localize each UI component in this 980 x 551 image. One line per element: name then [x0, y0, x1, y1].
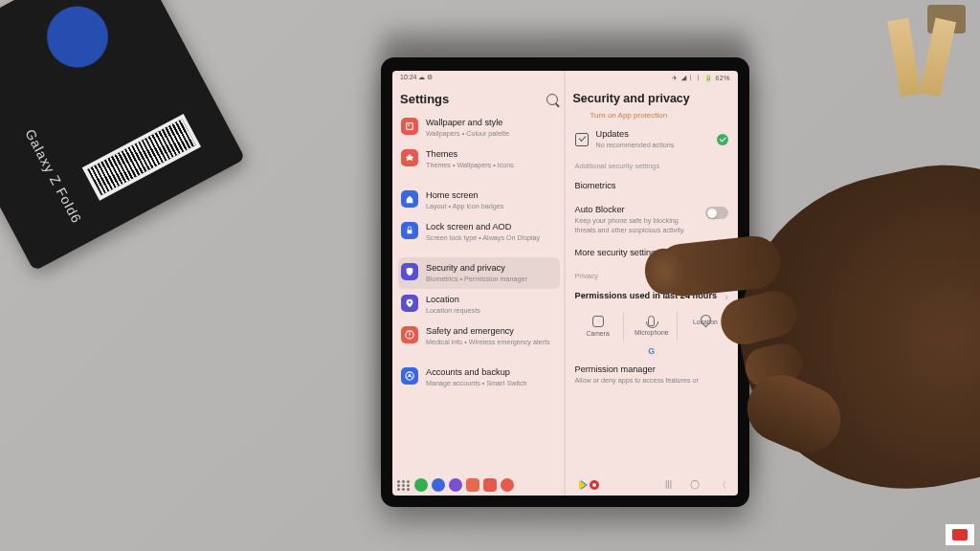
auto-blocker-sub: Keep your phone safe by blocking threats… — [575, 216, 701, 234]
svg-point-1 — [408, 124, 410, 126]
updates-row[interactable]: Updates No recommended actions — [571, 123, 733, 155]
permission-microphone[interactable]: Microphone — [627, 312, 678, 341]
nav-recents[interactable]: ||| — [665, 479, 672, 492]
product-box: Galaxy Z Fold6 — [0, 0, 245, 271]
settings-item-safety[interactable]: Safety and emergency Medical info • Wire… — [398, 320, 560, 352]
app-icon-2[interactable] — [483, 478, 497, 492]
item-sub: Medical info • Wireless emergency alerts — [426, 338, 557, 346]
phone-app-icon[interactable] — [414, 478, 428, 492]
search-icon[interactable] — [546, 94, 558, 105]
app-drawer-icon[interactable] — [397, 480, 411, 491]
section-additional-security: Additional security settings — [571, 155, 733, 174]
settings-item-accounts[interactable]: Accounts and backup Manage accounts • Sm… — [398, 362, 560, 393]
microphone-icon — [648, 316, 655, 326]
permission-camera[interactable]: Camera — [573, 312, 624, 341]
status-ok-icon — [717, 134, 728, 145]
item-label: Security and privacy — [426, 263, 557, 274]
detail-title: Security and privacy — [573, 92, 690, 105]
settings-list-pane: Settings Wallpaper and style Wallpapers … — [392, 86, 566, 475]
item-label: Accounts and backup — [426, 367, 557, 378]
auto-blocker-row[interactable]: Auto Blocker Keep your phone safe by blo… — [571, 198, 733, 241]
status-indicators: ✈ ◢ㅣㅣ 🔋 62% — [672, 74, 730, 83]
svg-point-6 — [409, 374, 412, 377]
biometrics-row[interactable]: Biometrics — [571, 174, 733, 198]
permission-manager-row[interactable]: Permission manager Allow or deny apps to… — [571, 358, 733, 385]
nav-home[interactable]: ◯ — [690, 479, 700, 492]
permissions-cards: Camera Microphone Location — [571, 309, 733, 346]
auto-blocker-label: Auto Blocker — [575, 205, 701, 215]
item-sub: Biometrics • Permission manager — [426, 275, 557, 283]
svg-point-3 — [409, 301, 411, 303]
item-sub: Layout • App icon badges — [426, 202, 557, 210]
turn-on-app-protection-link[interactable]: Turn on App protection — [571, 111, 733, 123]
themes-icon — [401, 149, 418, 166]
status-time: 10:24 ☁ ⚙ — [400, 74, 433, 83]
location-icon — [401, 295, 418, 312]
nav-back[interactable]: 〈 — [718, 479, 726, 492]
wallpaper-icon — [401, 118, 418, 135]
item-sub: Screen lock type • Always On Display — [426, 233, 557, 242]
barcode — [82, 114, 201, 201]
wooden-clamp — [875, 5, 980, 120]
settings-item-shield[interactable]: Security and privacy Biometrics • Permis… — [398, 257, 560, 289]
updates-sub: No recommended actions — [596, 141, 710, 149]
svg-rect-2 — [408, 230, 412, 233]
item-label: Location — [426, 295, 557, 305]
item-sub: Themes • Wallpapers • Icons — [426, 161, 557, 169]
svg-rect-0 — [407, 123, 413, 130]
updates-icon — [575, 133, 589, 146]
settings-item-location[interactable]: Location Location requests — [398, 289, 560, 320]
item-sub: Manage accounts • Smart Switch — [426, 379, 557, 387]
item-label: Wallpaper and style — [426, 118, 557, 128]
play-store-icon[interactable] — [579, 480, 586, 490]
lock-icon — [401, 222, 418, 239]
browser-app-icon[interactable] — [449, 478, 462, 492]
permission-manager-label: Permission manager — [575, 364, 729, 375]
app-icon-1[interactable] — [466, 478, 479, 492]
item-label: Home screen — [426, 190, 557, 201]
updates-label: Updates — [596, 129, 710, 140]
messages-app-icon[interactable] — [432, 478, 445, 492]
item-label: Themes — [426, 149, 557, 160]
youtube-icon[interactable] — [590, 480, 599, 490]
desk-surface: Galaxy Z Fold6 10:24 ☁ ⚙ ✈ ◢ㅣㅣ 🔋 62% Set… — [0, 0, 980, 551]
settings-item-lock[interactable]: Lock screen and AOD Screen lock type • A… — [398, 216, 560, 248]
camera-icon — [592, 316, 604, 327]
settings-item-wallpaper[interactable]: Wallpaper and style Wallpapers • Colour … — [398, 112, 560, 143]
item-sub: Location requests — [426, 306, 557, 315]
hand — [712, 140, 980, 520]
channel-logo — [946, 524, 974, 545]
safety-icon — [401, 326, 418, 343]
nav-bar: ||| ◯ 〈 — [665, 479, 733, 492]
chevron-right-icon: › — [724, 291, 728, 302]
accounts-icon — [401, 367, 418, 385]
app-icon-3[interactable] — [501, 478, 514, 492]
item-label: Safety and emergency — [426, 326, 557, 337]
home-icon — [401, 190, 418, 208]
item-label: Lock screen and AOD — [426, 222, 557, 232]
permission-manager-sub: Allow or deny apps to access features or — [575, 376, 729, 385]
settings-title: Settings — [400, 92, 449, 106]
google-icon: G — [571, 346, 733, 358]
shield-icon — [401, 263, 418, 280]
box-label: Galaxy Z Fold6 — [22, 126, 84, 226]
taskbar: ||| ◯ 〈 — [392, 475, 738, 496]
item-sub: Wallpapers • Colour palette — [426, 129, 557, 138]
auto-blocker-toggle[interactable] — [705, 207, 728, 219]
status-bar: 10:24 ☁ ⚙ ✈ ◢ㅣㅣ 🔋 62% — [392, 71, 738, 86]
settings-item-themes[interactable]: Themes Themes • Wallpapers • Icons — [398, 143, 560, 175]
settings-item-home[interactable]: Home screen Layout • App icon badges — [398, 185, 560, 216]
